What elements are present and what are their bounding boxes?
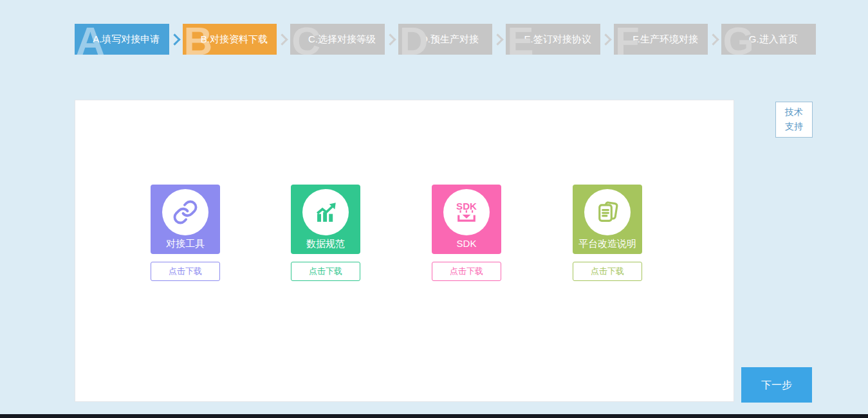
download-button-data-spec[interactable]: 点击下载: [291, 262, 360, 281]
chevron-right-icon: [708, 33, 719, 45]
card-docking-tool: 对接工具: [151, 185, 220, 254]
content-panel: 对接工具 点击下载 数据规范 点击下载 SDK SDK 点击下载: [75, 100, 734, 402]
next-step-button[interactable]: 下一步: [741, 367, 812, 403]
bottom-taskbar-sliver: [0, 414, 868, 418]
step-label: G.进入首页: [749, 33, 798, 44]
step-b-download-materials[interactable]: B B.对接资料下载: [183, 24, 277, 55]
card-platform-notes: 平台改造说明: [573, 185, 642, 254]
step-label: A.填写对接申请: [93, 33, 160, 44]
chevron-right-icon: [384, 33, 396, 45]
step-label: F.生产环境对接: [633, 33, 698, 44]
docs-icon: [584, 189, 631, 235]
step-label: E.签订对接协议: [524, 33, 591, 44]
chevron-right-icon: [169, 33, 180, 45]
tech-support-button[interactable]: 技术 支持: [775, 102, 813, 138]
download-button-platform-notes[interactable]: 点击下载: [573, 262, 642, 281]
step-wizard: A A.填写对接申请 B B.对接资料下载 C C.选择对接等级 D D.预生产…: [75, 24, 816, 55]
step-e-sign-agreement[interactable]: E E.签订对接协议: [506, 24, 600, 55]
tech-support-line1: 技术: [785, 105, 803, 120]
step-f-production[interactable]: F F.生产环境对接: [614, 24, 708, 55]
step-separator: [385, 24, 398, 55]
card-title: SDK: [457, 238, 477, 249]
step-separator: [492, 24, 506, 55]
step-label: B.对接资料下载: [201, 33, 268, 44]
svg-text:SDK: SDK: [456, 201, 477, 212]
page: { "page": { "background": "#dcecf5", "bo…: [0, 0, 868, 418]
step-d-preprod[interactable]: D D.预生产对接: [398, 24, 493, 55]
download-button-sdk[interactable]: 点击下载: [432, 262, 501, 281]
card-title: 数据规范: [306, 238, 345, 250]
step-separator: [600, 24, 614, 55]
step-separator: [169, 24, 183, 55]
step-separator: [708, 24, 721, 55]
step-label: C.选择对接等级: [308, 33, 376, 44]
card-title: 平台改造说明: [578, 238, 636, 250]
chart-icon: [302, 189, 349, 235]
step-c-choose-level[interactable]: C C.选择对接等级: [290, 24, 385, 55]
chevron-right-icon: [492, 33, 504, 45]
card-sdk: SDK SDK: [432, 185, 501, 254]
step-a-fill-application[interactable]: A A.填写对接申请: [75, 24, 169, 55]
tech-support-line2: 支持: [785, 120, 803, 134]
step-label: D.预生产对接: [421, 33, 479, 44]
sdk-icon: SDK: [443, 189, 490, 235]
chevron-right-icon: [600, 33, 611, 45]
card-data-spec: 数据规范: [291, 185, 360, 254]
link-icon: [162, 189, 208, 235]
step-g-homepage[interactable]: G G.进入首页: [721, 24, 816, 55]
download-button-docking-tool[interactable]: 点击下载: [151, 262, 220, 281]
chevron-right-icon: [276, 33, 288, 45]
step-separator: [277, 24, 290, 55]
card-title: 对接工具: [166, 238, 205, 250]
